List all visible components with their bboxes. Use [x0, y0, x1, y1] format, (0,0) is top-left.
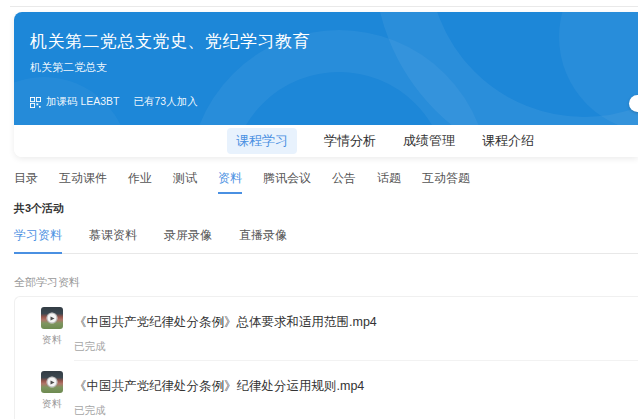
material-content: 《中国共产党纪律处分条例》总体要求和适用范围.mp4 已完成 — [74, 307, 638, 361]
play-icon — [47, 313, 58, 324]
material-tabs: 学习资料 慕课资料 录屏录像 直播录像 — [14, 223, 638, 254]
material-content: 《中国共产党纪律处分条例》纪律处分运用规则.mp4 已完成 — [74, 371, 638, 419]
activity-count-label: 共3个活动 — [14, 201, 638, 216]
tab-live-recordings[interactable]: 直播录像 — [239, 223, 287, 253]
main-nav: 课程学习 学情分析 成绩管理 课程介绍 — [14, 125, 638, 157]
material-title[interactable]: 《中国共产党纪律处分条例》纪律处分运用规则.mp4 — [74, 378, 638, 395]
course-header-card: 机关第二党总支党史、党纪学习教育 机关第二党总支 加课码 LEA3BT 已有73… — [14, 12, 638, 157]
floating-helper-button[interactable] — [629, 95, 638, 112]
subnav-topic[interactable]: 话题 — [377, 170, 401, 194]
joined-count-label: 已有73人加入 — [134, 95, 198, 109]
tab-screen-recordings[interactable]: 录屏录像 — [164, 223, 212, 253]
subnav-interactive-qa[interactable]: 互动答题 — [422, 170, 470, 194]
thumbnail-column: 资料 — [41, 371, 74, 419]
sub-nav: 目录 互动课件 作业 测试 资料 腾讯会议 公告 话题 互动答题 — [14, 170, 638, 194]
subnav-interactive-courseware[interactable]: 互动课件 — [59, 170, 107, 194]
material-type-badge: 资料 — [41, 333, 63, 347]
join-code-label[interactable]: 加课码 LEA3BT — [46, 95, 120, 109]
course-subtitle: 机关第二党总支 — [14, 53, 638, 75]
subnav-homework[interactable]: 作业 — [128, 170, 152, 194]
video-thumbnail[interactable] — [41, 371, 63, 393]
thumbnail-column: 资料 — [41, 307, 74, 361]
tab-learning-analysis[interactable]: 学情分析 — [324, 128, 376, 154]
section-label: 全部学习资料 — [14, 275, 638, 290]
material-status: 已完成 — [74, 404, 638, 418]
video-thumbnail[interactable] — [41, 307, 63, 329]
material-row[interactable]: 资料 《中国共产党纪律处分条例》纪律处分运用规则.mp4 已完成 — [15, 361, 638, 419]
qr-code-icon — [30, 97, 41, 108]
course-banner: 机关第二党总支党史、党纪学习教育 机关第二党总支 加课码 LEA3BT 已有73… — [14, 12, 638, 125]
material-list: 资料 《中国共产党纪律处分条例》总体要求和适用范围.mp4 已完成 资料 《中国… — [14, 296, 638, 419]
material-status: 已完成 — [74, 340, 638, 354]
join-code-row: 加课码 LEA3BT 已有73人加入 — [30, 95, 198, 109]
material-title[interactable]: 《中国共产党纪律处分条例》总体要求和适用范围.mp4 — [74, 314, 638, 331]
material-row[interactable]: 资料 《中国共产党纪律处分条例》总体要求和适用范围.mp4 已完成 — [15, 297, 638, 361]
subnav-tencent-meeting[interactable]: 腾讯会议 — [263, 170, 311, 194]
subnav-test[interactable]: 测试 — [173, 170, 197, 194]
tab-mooc-materials[interactable]: 慕课资料 — [89, 223, 137, 253]
material-type-badge: 资料 — [41, 397, 63, 411]
subnav-materials[interactable]: 资料 — [218, 170, 242, 194]
tab-course-learning[interactable]: 课程学习 — [227, 128, 297, 154]
subnav-announcement[interactable]: 公告 — [332, 170, 356, 194]
tab-study-materials[interactable]: 学习资料 — [14, 223, 62, 254]
tab-grade-management[interactable]: 成绩管理 — [403, 128, 455, 154]
play-icon — [47, 377, 58, 388]
top-divider — [10, 6, 638, 7]
subnav-catalog[interactable]: 目录 — [14, 170, 38, 194]
tab-course-intro[interactable]: 课程介绍 — [482, 128, 534, 154]
course-title: 机关第二党总支党史、党纪学习教育 — [14, 12, 638, 53]
